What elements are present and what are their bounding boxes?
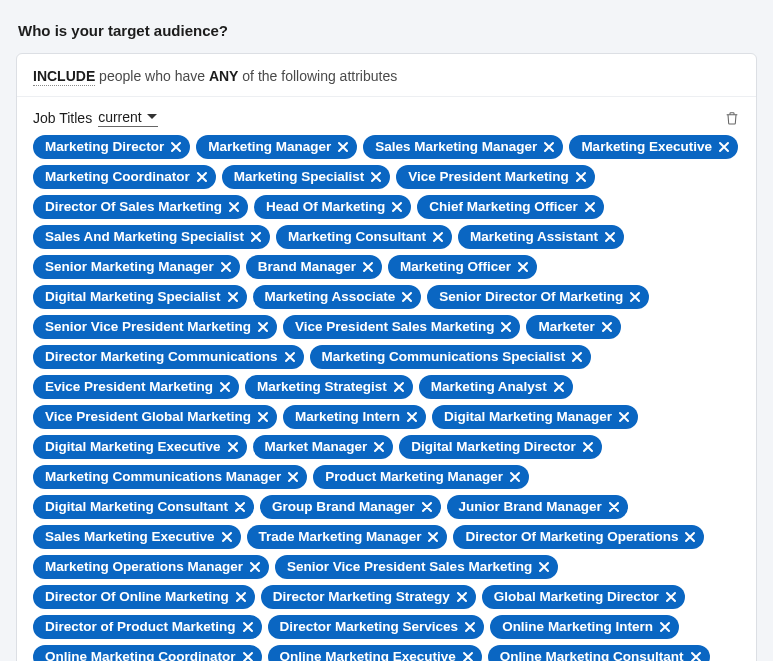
chip-remove-button[interactable] [235, 591, 247, 603]
chip-remove-button[interactable] [608, 501, 620, 513]
chip-remove-button[interactable] [257, 411, 269, 423]
chip-remove-button[interactable] [220, 261, 232, 273]
chip[interactable]: Digital Marketing Executive [33, 435, 247, 459]
chip[interactable]: Marketing Coordinator [33, 165, 216, 189]
chip-remove-button[interactable] [406, 411, 418, 423]
chip[interactable]: Junior Brand Manager [447, 495, 628, 519]
chip-remove-button[interactable] [219, 381, 231, 393]
chip[interactable]: Digital Marketing Consultant [33, 495, 254, 519]
chip-remove-button[interactable] [228, 201, 240, 213]
chip[interactable]: Marketing Officer [388, 255, 537, 279]
chip-remove-button[interactable] [234, 501, 246, 513]
chip-remove-button[interactable] [509, 471, 521, 483]
chip[interactable]: Director Marketing Services [268, 615, 485, 639]
chip-remove-button[interactable] [462, 651, 474, 661]
chip[interactable]: Online Marketing Executive [268, 645, 482, 661]
chip-remove-button[interactable] [284, 351, 296, 363]
chip[interactable]: Marketing Analyst [419, 375, 573, 399]
chip-remove-button[interactable] [690, 651, 702, 661]
chip-remove-button[interactable] [249, 561, 261, 573]
chip-remove-button[interactable] [242, 621, 254, 633]
chip-remove-button[interactable] [618, 411, 630, 423]
scope-dropdown[interactable]: current [98, 109, 158, 127]
chip[interactable]: Sales Marketing Executive [33, 525, 241, 549]
chip-remove-button[interactable] [432, 231, 444, 243]
chip-remove-button[interactable] [391, 201, 403, 213]
chip[interactable]: Marketing Intern [283, 405, 426, 429]
chip[interactable]: Marketing Operations Manager [33, 555, 269, 579]
chip[interactable]: Marketing Manager [196, 135, 357, 159]
chip-remove-button[interactable] [170, 141, 182, 153]
chip[interactable]: Marketing Specialist [222, 165, 391, 189]
chip-remove-button[interactable] [584, 201, 596, 213]
chip[interactable]: Sales And Marketing Specialist [33, 225, 270, 249]
chip[interactable]: Senior Director Of Marketing [427, 285, 649, 309]
chip[interactable]: Director Marketing Communications [33, 345, 304, 369]
chip-remove-button[interactable] [517, 261, 529, 273]
chip[interactable]: Marketing Communications Specialist [310, 345, 592, 369]
chip-remove-button[interactable] [362, 261, 374, 273]
chip[interactable]: Vice President Global Marketing [33, 405, 277, 429]
chip[interactable]: Online Marketing Consultant [488, 645, 710, 661]
chip-remove-button[interactable] [604, 231, 616, 243]
chip-remove-button[interactable] [629, 291, 641, 303]
chip-remove-button[interactable] [370, 171, 382, 183]
chip-remove-button[interactable] [221, 531, 233, 543]
chip-remove-button[interactable] [659, 621, 671, 633]
chip[interactable]: Online Marketing Coordinator [33, 645, 262, 661]
chip-remove-button[interactable] [575, 171, 587, 183]
chip[interactable]: Digital Marketing Director [399, 435, 601, 459]
chip-remove-button[interactable] [427, 531, 439, 543]
chip[interactable]: Vice President Sales Marketing [283, 315, 520, 339]
chip[interactable]: Senior Vice President Marketing [33, 315, 277, 339]
chip[interactable]: Senior Vice President Sales Marketing [275, 555, 558, 579]
chip-remove-button[interactable] [227, 441, 239, 453]
chip-remove-button[interactable] [401, 291, 413, 303]
chip[interactable]: Digital Marketing Specialist [33, 285, 247, 309]
chip[interactable]: Director Marketing Strategy [261, 585, 476, 609]
chip-remove-button[interactable] [553, 381, 565, 393]
chip[interactable]: Marketing Consultant [276, 225, 452, 249]
chip[interactable]: Digital Marketing Manager [432, 405, 638, 429]
chip-remove-button[interactable] [601, 321, 613, 333]
chip-remove-button[interactable] [421, 501, 433, 513]
chip-remove-button[interactable] [464, 621, 476, 633]
chip[interactable]: Director Of Online Marketing [33, 585, 255, 609]
chip[interactable]: Sales Marketing Manager [363, 135, 563, 159]
chip-remove-button[interactable] [227, 291, 239, 303]
chip-remove-button[interactable] [456, 591, 468, 603]
chip[interactable]: Trade Marketing Manager [247, 525, 448, 549]
chip[interactable]: Senior Marketing Manager [33, 255, 240, 279]
chip[interactable]: Marketing Director [33, 135, 190, 159]
chip-remove-button[interactable] [500, 321, 512, 333]
chip-remove-button[interactable] [718, 141, 730, 153]
chip[interactable]: Director of Product Marketing [33, 615, 262, 639]
chip[interactable]: Director Of Sales Marketing [33, 195, 248, 219]
chip-remove-button[interactable] [196, 171, 208, 183]
chip-remove-button[interactable] [571, 351, 583, 363]
chip-remove-button[interactable] [337, 141, 349, 153]
chip[interactable]: Chief Marketing Officer [417, 195, 604, 219]
chip[interactable]: Marketing Strategist [245, 375, 413, 399]
chip-remove-button[interactable] [250, 231, 262, 243]
chip[interactable]: Head Of Marketing [254, 195, 411, 219]
chip-remove-button[interactable] [684, 531, 696, 543]
delete-criteria-button[interactable] [724, 110, 740, 126]
chip-remove-button[interactable] [287, 471, 299, 483]
chip-remove-button[interactable] [393, 381, 405, 393]
chip-remove-button[interactable] [242, 651, 254, 661]
chip[interactable]: Market Manager [253, 435, 394, 459]
chip[interactable]: Vice President Marketing [396, 165, 594, 189]
chip[interactable]: Director Of Marketing Operations [453, 525, 704, 549]
chip-remove-button[interactable] [665, 591, 677, 603]
chip[interactable]: Brand Manager [246, 255, 382, 279]
chip[interactable]: Marketing Assistant [458, 225, 624, 249]
chip[interactable]: Global Marketing Director [482, 585, 685, 609]
chip[interactable]: Evice President Marketing [33, 375, 239, 399]
chip[interactable]: Online Marketing Intern [490, 615, 679, 639]
chip-remove-button[interactable] [538, 561, 550, 573]
chip[interactable]: Group Brand Manager [260, 495, 441, 519]
chip[interactable]: Marketing Communications Manager [33, 465, 307, 489]
chip-remove-button[interactable] [373, 441, 385, 453]
chip-remove-button[interactable] [257, 321, 269, 333]
